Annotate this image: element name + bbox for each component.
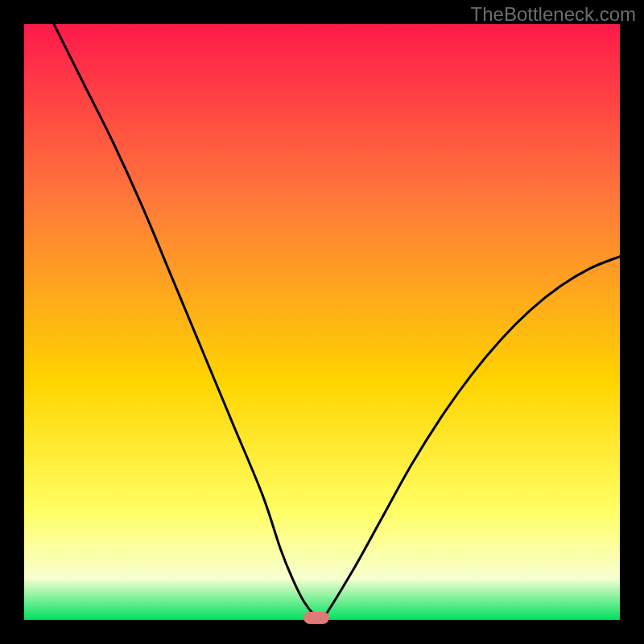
chart-frame: TheBottleneck.com — [0, 0, 644, 644]
watermark-text: TheBottleneck.com — [471, 3, 636, 26]
gradient-background — [24, 24, 620, 620]
plot-area — [24, 24, 620, 620]
optimal-marker — [303, 612, 329, 624]
plot-svg — [24, 24, 620, 620]
